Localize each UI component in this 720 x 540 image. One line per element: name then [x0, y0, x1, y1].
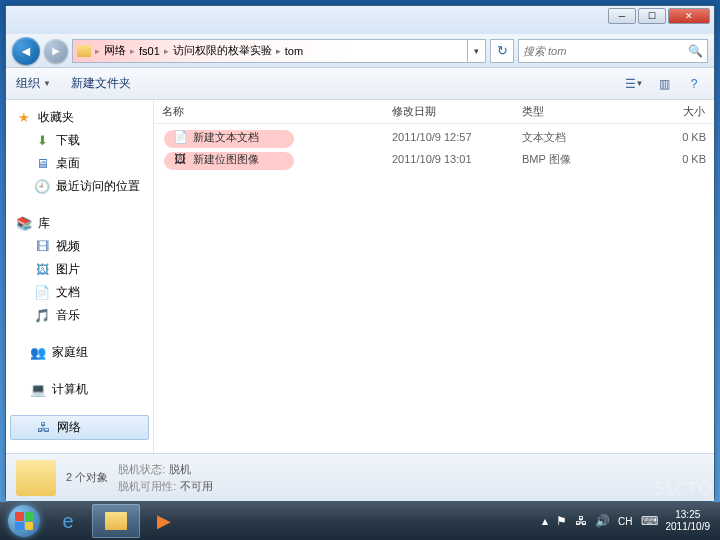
chevron-down-icon: ▼ [43, 79, 51, 88]
system-tray: ▴ ⚑ 🖧 🔊 CH ⌨ 13:25 2011/10/9 [542, 509, 716, 533]
homegroup-icon: 👥 [30, 345, 46, 361]
help-button[interactable]: ? [684, 74, 704, 94]
taskbar-explorer[interactable] [92, 504, 140, 538]
document-icon: 📄 [34, 285, 50, 301]
explorer-window: ─ ☐ ✕ ◄ ► ▸ 网络 ▸ fs01 ▸ 访问权限的枚举实验 ▸ tom … [5, 5, 715, 502]
search-input[interactable] [523, 45, 684, 57]
taskbar-ie[interactable]: e [44, 504, 92, 538]
column-name[interactable]: 名称 [154, 104, 384, 119]
status-bar: 2 个对象 脱机状态:脱机 脱机可用性:不可用 [6, 453, 714, 501]
sidebar-recent[interactable]: 🕘最近访问的位置 [6, 175, 153, 198]
computer-icon: 💻 [30, 382, 46, 398]
file-row[interactable]: 📄新建文本文档 2011/10/9 12:57 文本文档 0 KB [154, 126, 714, 148]
library-icon: 📚 [16, 216, 32, 232]
sidebar-documents[interactable]: 📄文档 [6, 281, 153, 304]
sidebar-music[interactable]: 🎵音乐 [6, 304, 153, 327]
column-size[interactable]: 大小 [624, 104, 714, 119]
download-icon: ⬇ [34, 133, 50, 149]
search-icon: 🔍 [688, 44, 703, 58]
view-options-button[interactable]: ☰ ▼ [624, 74, 644, 94]
taskbar-media-player[interactable]: ▶ [140, 504, 188, 538]
sidebar-network[interactable]: 🖧网络 [10, 415, 149, 440]
recent-icon: 🕘 [34, 179, 50, 195]
search-box[interactable]: 🔍 [518, 39, 708, 63]
organize-menu[interactable]: 组织▼ [16, 75, 51, 92]
network-tray-icon[interactable]: 🖧 [575, 514, 587, 528]
sidebar-favorites[interactable]: ★收藏夹 [6, 106, 153, 129]
ime-indicator[interactable]: CH [618, 516, 632, 527]
folder-icon [16, 460, 56, 496]
clock[interactable]: 13:25 2011/10/9 [666, 509, 711, 533]
close-button[interactable]: ✕ [668, 8, 710, 24]
nav-pane: ★收藏夹 ⬇下载 🖥桌面 🕘最近访问的位置 📚库 🎞视频 🖼图片 📄文档 🎵音乐… [6, 100, 154, 453]
column-headers: 名称 修改日期 类型 大小 [154, 100, 714, 124]
sidebar-homegroup[interactable]: 👥家庭组 [6, 341, 153, 364]
toolbar: 组织▼ 新建文件夹 ☰ ▼ ▥ ? [6, 68, 714, 100]
start-button[interactable] [4, 504, 44, 538]
breadcrumb[interactable]: ▸ 网络 ▸ fs01 ▸ 访问权限的枚举实验 ▸ tom ▾ [72, 39, 486, 63]
refresh-button[interactable]: ↻ [490, 39, 514, 63]
video-icon: 🎞 [34, 239, 50, 255]
sidebar-videos[interactable]: 🎞视频 [6, 235, 153, 258]
breadcrumb-dropdown[interactable]: ▾ [467, 39, 485, 63]
file-row[interactable]: 🖼新建位图图像 2011/10/9 13:01 BMP 图像 0 KB [154, 148, 714, 170]
ime-icon[interactable]: ⌨ [641, 514, 658, 528]
network-icon: 🖧 [35, 420, 51, 436]
sidebar-pictures[interactable]: 🖼图片 [6, 258, 153, 281]
sidebar-libraries[interactable]: 📚库 [6, 212, 153, 235]
action-center-icon[interactable]: ⚑ [556, 514, 567, 528]
sidebar-computer[interactable]: 💻计算机 [6, 378, 153, 401]
maximize-button[interactable]: ☐ [638, 8, 666, 24]
desktop-icon: 🖥 [34, 156, 50, 172]
status-count: 2 个对象 [66, 470, 108, 485]
volume-icon[interactable]: 🔊 [595, 514, 610, 528]
file-list-area: 名称 修改日期 类型 大小 📄新建文本文档 2011/10/9 12:57 文本… [154, 100, 714, 453]
taskbar: e ▶ ▴ ⚑ 🖧 🔊 CH ⌨ 13:25 2011/10/9 [0, 502, 720, 540]
new-folder-button[interactable]: 新建文件夹 [71, 75, 131, 92]
show-hidden-icons[interactable]: ▴ [542, 514, 548, 528]
breadcrumb-folder[interactable]: 访问权限的枚举实验 [169, 43, 276, 58]
main-area: ★收藏夹 ⬇下载 🖥桌面 🕘最近访问的位置 📚库 🎞视频 🖼图片 📄文档 🎵音乐… [6, 100, 714, 453]
nav-bar: ◄ ► ▸ 网络 ▸ fs01 ▸ 访问权限的枚举实验 ▸ tom ▾ ↻ 🔍 [6, 34, 714, 68]
music-icon: 🎵 [34, 308, 50, 324]
windows-logo-icon [8, 505, 40, 537]
star-icon: ★ [16, 110, 32, 126]
breadcrumb-fs01[interactable]: fs01 [135, 45, 164, 57]
breadcrumb-tom[interactable]: tom [281, 45, 307, 57]
sidebar-desktop[interactable]: 🖥桌面 [6, 152, 153, 175]
breadcrumb-network[interactable]: 网络 [100, 43, 130, 58]
folder-icon [77, 45, 91, 57]
titlebar: ─ ☐ ✕ [6, 6, 714, 34]
picture-icon: 🖼 [34, 262, 50, 278]
minimize-button[interactable]: ─ [608, 8, 636, 24]
text-file-icon: 📄 [172, 129, 188, 145]
preview-pane-button[interactable]: ▥ [654, 74, 674, 94]
forward-button[interactable]: ► [44, 39, 68, 63]
column-type[interactable]: 类型 [514, 104, 624, 119]
image-file-icon: 🖼 [172, 151, 188, 167]
file-list: 📄新建文本文档 2011/10/9 12:57 文本文档 0 KB 🖼新建位图图… [154, 124, 714, 453]
back-button[interactable]: ◄ [12, 37, 40, 65]
column-date[interactable]: 修改日期 [384, 104, 514, 119]
sidebar-downloads[interactable]: ⬇下载 [6, 129, 153, 152]
